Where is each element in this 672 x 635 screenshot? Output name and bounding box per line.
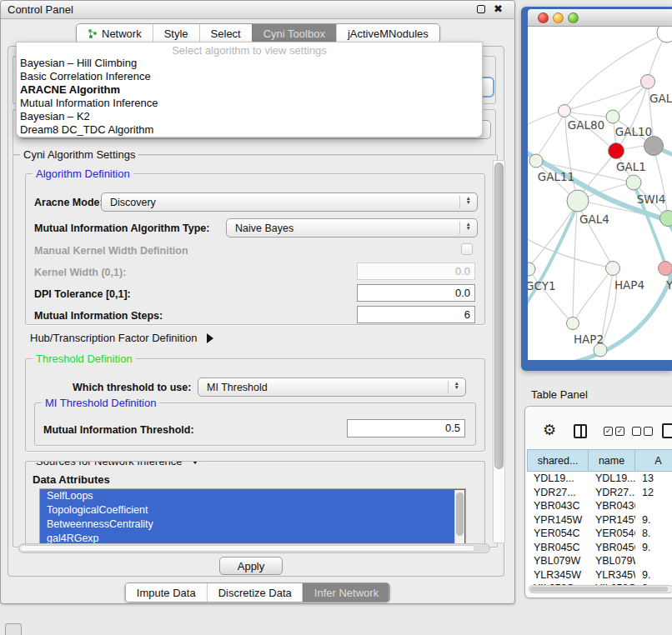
tab-label: Impute Data bbox=[137, 587, 196, 599]
network-node-label: GAL1 bbox=[616, 160, 646, 173]
checked-checkbox-icon[interactable]: ✓ bbox=[604, 427, 613, 436]
network-edge bbox=[573, 212, 577, 318]
attribute-list-item[interactable]: BetweennessCentrality bbox=[40, 518, 465, 532]
algorithm-option[interactable]: Bayesian – Hill Climbing bbox=[17, 57, 482, 70]
table-cell: YDL19... bbox=[589, 472, 635, 486]
settings-horizontal-scrollbar[interactable] bbox=[18, 543, 490, 553]
float-window-icon[interactable] bbox=[477, 5, 485, 13]
which-threshold-select[interactable]: MI Threshold ▲▼ bbox=[198, 378, 466, 397]
network-canvas[interactable]: GALGAL80GAL10GAL1GAL11SWI4GAL4GCY1HAP4YH… bbox=[528, 27, 672, 360]
table-cell: YDR27... bbox=[589, 486, 635, 500]
network-node-label: SWI4 bbox=[637, 192, 666, 206]
table-row[interactable]: YBR045CYBR045C9. bbox=[527, 541, 672, 555]
gear-icon[interactable]: ⚙ bbox=[543, 422, 556, 438]
tab-discretize-data[interactable]: Discretize Data bbox=[207, 583, 303, 602]
table-cell: 9. bbox=[635, 568, 672, 582]
attribute-list-item[interactable]: SelfLoops bbox=[40, 489, 465, 503]
network-node-y[interactable] bbox=[659, 262, 672, 276]
list-scrollbar[interactable] bbox=[454, 490, 464, 545]
table-cell: YBR045C bbox=[527, 541, 589, 555]
sources-group: Sources for Network Inference Data Attri… bbox=[25, 461, 485, 547]
table-cell: YER054C bbox=[589, 527, 635, 541]
tab-label: Infer Network bbox=[314, 587, 379, 599]
table-row[interactable]: YPR145WYPR145W9. bbox=[527, 513, 672, 528]
table-horizontal-scrollbar[interactable] bbox=[529, 585, 672, 593]
table-row[interactable]: YLR345WYLR345W9. bbox=[527, 568, 672, 582]
hub-definition-expander[interactable]: Hub/Transcription Factor Definition bbox=[30, 332, 213, 344]
tab-select[interactable]: Select bbox=[199, 24, 252, 42]
network-node-label: GAL80 bbox=[568, 118, 604, 132]
kernel-width-field[interactable]: 0.0 bbox=[357, 262, 475, 280]
network-node-hap4[interactable] bbox=[606, 262, 620, 276]
network-node-gal11[interactable] bbox=[529, 154, 543, 168]
network-node-gal4[interactable] bbox=[567, 190, 589, 212]
network-icon bbox=[88, 28, 98, 38]
tab-jactivemnodules[interactable]: jActiveMNodules bbox=[336, 24, 439, 42]
network-node-swi4[interactable] bbox=[626, 175, 641, 190]
close-traffic-light-icon[interactable] bbox=[538, 12, 549, 23]
network-node[interactable] bbox=[657, 27, 672, 42]
mi-threshold-field[interactable]: 0.5 bbox=[347, 419, 465, 438]
network-node-hap2[interactable] bbox=[567, 318, 579, 330]
algorithm-option[interactable]: ARACNE Algorithm bbox=[17, 83, 482, 97]
mi-algorithm-type-select[interactable]: Naive Bayes ▲▼ bbox=[226, 218, 478, 238]
settings-vertical-scrollbar[interactable] bbox=[493, 160, 505, 543]
aracne-mode-select[interactable]: Discovery ▲▼ bbox=[101, 192, 478, 212]
network-node-gal[interactable] bbox=[641, 75, 655, 89]
network-node[interactable] bbox=[660, 211, 672, 227]
apply-button[interactable]: Apply bbox=[219, 557, 283, 575]
close-window-icon[interactable]: ✖ bbox=[494, 4, 503, 14]
network-edge bbox=[570, 84, 644, 109]
table-cell: 9. bbox=[635, 513, 672, 528]
tab-network[interactable]: Network bbox=[77, 24, 153, 42]
tab-label: Style bbox=[164, 28, 188, 40]
tab-infer-network[interactable]: Infer Network bbox=[303, 583, 389, 602]
table-column-header[interactable]: name bbox=[589, 449, 635, 472]
kernel-width-label: Kernel Width (0,1): bbox=[34, 267, 126, 278]
mi-steps-field[interactable]: 6 bbox=[357, 306, 475, 323]
tab-style[interactable]: Style bbox=[153, 24, 199, 42]
table-column-header[interactable]: shared... bbox=[527, 449, 589, 472]
table-column-header[interactable]: A bbox=[635, 449, 672, 472]
network-node-gcy1[interactable] bbox=[528, 262, 535, 276]
tab-label: Cyni Toolbox bbox=[263, 28, 325, 40]
table-body[interactable]: YDL19...YDL19...13YDR27...YDR27...12YBR0… bbox=[527, 472, 672, 586]
algorithm-option[interactable]: Basic Correlation Inference bbox=[17, 70, 482, 83]
tab-impute-data[interactable]: Impute Data bbox=[126, 583, 207, 602]
data-attributes-list[interactable]: SelfLoopsTopologicalCoefficientBetweenne… bbox=[39, 488, 466, 547]
expand-right-icon bbox=[207, 333, 213, 343]
table-row[interactable]: YBL079WYBL079W bbox=[527, 554, 672, 568]
network-node-gal80[interactable] bbox=[559, 105, 571, 118]
table-header-row[interactable]: shared...nameA bbox=[527, 449, 672, 472]
sources-group-title[interactable]: Sources for Network Inference bbox=[33, 461, 203, 468]
network-node-gal1[interactable] bbox=[609, 143, 624, 159]
combo-arrows-icon: ▲▼ bbox=[466, 196, 471, 204]
attribute-list-item[interactable]: TopologicalCoefficient bbox=[40, 503, 465, 518]
table-row[interactable]: YER054CYER054C8. bbox=[527, 527, 672, 541]
table-row[interactable]: YBR043CYBR043C bbox=[527, 499, 672, 513]
zoom-traffic-light-icon[interactable] bbox=[568, 12, 579, 23]
table-row[interactable]: YDR27...YDR27...12 bbox=[527, 486, 672, 500]
control-panel-titlebar[interactable]: Control Panel ✖ bbox=[1, 1, 514, 19]
network-edge bbox=[576, 273, 609, 318]
tab-cyni-toolbox[interactable]: Cyni Toolbox bbox=[252, 24, 336, 42]
column-browser-icon[interactable] bbox=[574, 424, 587, 438]
unchecked-checkbox-icon[interactable] bbox=[644, 427, 653, 436]
bottom-left-clipped-button[interactable] bbox=[5, 623, 22, 635]
network-graph: GALGAL80GAL10GAL1GAL11SWI4GAL4GCY1HAP4YH… bbox=[528, 27, 672, 360]
unchecked-checkbox-icon[interactable] bbox=[632, 427, 641, 436]
network-node-label: HAP4 bbox=[614, 278, 644, 292]
minimize-traffic-light-icon[interactable] bbox=[553, 12, 564, 23]
network-node[interactable] bbox=[644, 137, 664, 156]
network-window-titlebar[interactable] bbox=[528, 9, 672, 27]
network-node-label: GAL bbox=[649, 92, 672, 105]
algorithm-option[interactable]: Mutual Information Inference bbox=[17, 97, 482, 110]
checked-checkbox-icon[interactable]: ✓ bbox=[615, 427, 624, 436]
table-row[interactable]: YDL19...YDL19...13 bbox=[527, 472, 672, 486]
dpi-tolerance-field[interactable]: 0.0 bbox=[357, 284, 475, 302]
algorithm-option[interactable]: Dream8 DC_TDC Algorithm bbox=[17, 123, 482, 137]
network-node-gal10[interactable] bbox=[606, 110, 619, 123]
algorithm-option[interactable]: Bayesian – K2 bbox=[17, 110, 482, 123]
new-table-icon[interactable] bbox=[662, 423, 672, 438]
manual-kernel-checkbox[interactable] bbox=[461, 243, 473, 255]
